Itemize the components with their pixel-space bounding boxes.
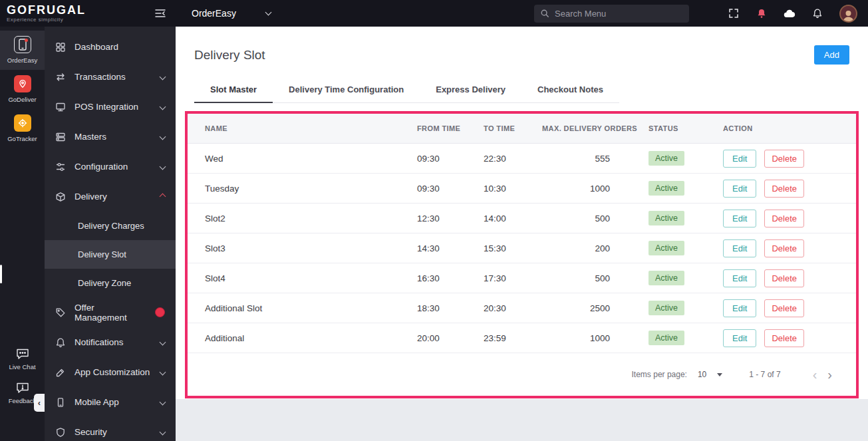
status-badge: Active	[649, 211, 684, 225]
slot-max-orders: 500	[542, 273, 649, 283]
offer-icon	[55, 307, 66, 318]
slot-from-time: 16:30	[417, 273, 484, 283]
rail-item-godeliver[interactable]: GoDeliver	[0, 70, 45, 109]
column-header-name: NAME	[188, 124, 417, 132]
topbar-left: GOFRUGAL Experience simplicity	[0, 4, 176, 23]
tab-checkout-notes[interactable]: Checkout Notes	[521, 78, 619, 102]
table-row: Slot4 16:30 17:30 500 Active Edit Delete	[188, 263, 856, 293]
fullscreen-icon[interactable]	[728, 7, 740, 19]
sidebar-item-configuration[interactable]: Configuration	[45, 152, 176, 182]
slot-from-time: 14:30	[417, 243, 484, 253]
sidebar-item-label: POS Integration	[74, 102, 152, 112]
slot-table-highlighted: NAME FROM TIME TO TIME MAX. DELIVERY ORD…	[185, 111, 859, 398]
edit-button[interactable]: Edit	[723, 329, 756, 347]
delete-button[interactable]: Delete	[764, 299, 804, 317]
sidebar-item-security[interactable]: Security	[45, 417, 176, 441]
slot-name: Slot3	[188, 243, 417, 253]
status-badge: Active	[649, 331, 684, 345]
sidebar-item-app-customization[interactable]: App Customization	[45, 357, 176, 387]
rail-item-label: GoTracker	[7, 135, 37, 142]
alerts-icon[interactable]	[756, 7, 768, 19]
status-badge: Active	[649, 271, 684, 285]
chevron-down-icon	[160, 339, 166, 346]
column-header-status: STATUS	[649, 124, 723, 132]
sidebar-item-notifications[interactable]: Notifications	[45, 327, 176, 357]
add-button[interactable]: Add	[814, 45, 849, 65]
sidebar-fold-icon[interactable]	[154, 9, 166, 18]
edit-button[interactable]: Edit	[723, 239, 756, 257]
delete-button[interactable]: Delete	[764, 210, 804, 227]
tab-bar: Slot Master Delivery Time Configuration …	[194, 78, 619, 103]
edit-button[interactable]: Edit	[723, 150, 756, 168]
user-avatar[interactable]	[839, 5, 857, 23]
pos-integration-icon	[55, 102, 66, 112]
delete-button[interactable]: Delete	[764, 269, 804, 287]
sidebar-collapse-button[interactable]: ‹	[34, 394, 45, 412]
sidebar-subitem-delivery-charges[interactable]: Delivery Charges	[45, 212, 176, 240]
table-row: Additional 20:00 23:59 1000 Active Edit …	[188, 323, 856, 353]
chevron-up-icon	[160, 194, 166, 200]
sidebar-item-pos-integration[interactable]: POS Integration	[45, 92, 176, 122]
slot-max-orders: 2500	[542, 303, 649, 313]
delete-button[interactable]: Delete	[764, 239, 804, 257]
slot-to-time: 20:30	[484, 303, 542, 313]
sidebar-item-mobile-app[interactable]: Mobile App	[45, 387, 176, 417]
search-input[interactable]	[555, 9, 683, 19]
column-header-max-orders: MAX. DELIVERY ORDERS	[542, 124, 649, 132]
sidebar-item-transactions[interactable]: Transactions	[45, 62, 176, 92]
sidebar-item-label: Dashboard	[74, 42, 165, 52]
feedback-icon	[16, 382, 29, 394]
chevron-down-icon	[160, 134, 166, 140]
sidebar-item-label: Mobile App	[74, 397, 152, 407]
delete-button[interactable]: Delete	[764, 329, 804, 347]
sidebar-item-dashboard[interactable]: Dashboard	[45, 32, 176, 62]
sidebar-item-offer-management[interactable]: Offer Management	[45, 297, 176, 327]
sidebar-item-delivery[interactable]: Delivery	[45, 182, 176, 212]
column-header-from-time: FROM TIME	[417, 124, 484, 132]
sidebar-subitem-delivery-slot[interactable]: Delivery Slot	[45, 240, 176, 269]
rail-item-gotracker[interactable]: GoTracker	[0, 109, 45, 148]
notifications-bell-icon[interactable]	[811, 7, 823, 19]
rail-item-ordereasy[interactable]: OrderEasy	[0, 31, 45, 70]
gofrugal-logo: GOFRUGAL Experience simplicity	[7, 4, 86, 23]
sidebar-item-label: Offer Management	[74, 303, 148, 323]
next-page-button[interactable]: ›	[822, 368, 837, 381]
tab-slot-master[interactable]: Slot Master	[194, 78, 273, 103]
app-selector-dropdown[interactable]: OrderEasy	[192, 8, 271, 19]
search-icon	[540, 9, 549, 18]
slot-name: Tuesday	[188, 184, 417, 194]
rail-item-live-chat[interactable]: Live Chat	[0, 343, 45, 376]
table-row: Wed 09:30 22:30 555 Active Edit Delete	[188, 144, 856, 174]
godeliver-app-icon	[14, 75, 31, 92]
delete-button[interactable]: Delete	[764, 180, 804, 198]
sidebar-item-label: Delivery	[74, 192, 152, 202]
sidebar-item-masters[interactable]: Masters	[45, 122, 176, 152]
notifications-icon	[55, 337, 66, 348]
sidebar-subitem-delivery-zone[interactable]: Delivery Zone	[45, 269, 176, 297]
items-per-page-select[interactable]: 10	[698, 370, 722, 379]
edit-button[interactable]: Edit	[723, 210, 756, 227]
slot-from-time: 12:30	[417, 214, 484, 223]
sidebar-item-label: Notifications	[74, 337, 152, 347]
logo-text: GOFRUGAL	[7, 4, 86, 16]
app-selector-label: OrderEasy	[192, 8, 236, 19]
search-bar[interactable]	[534, 5, 689, 23]
rail-item-label: OrderEasy	[7, 57, 37, 64]
cloud-sync-icon[interactable]	[784, 7, 796, 19]
caret-down-icon	[717, 373, 722, 376]
mobile-app-icon	[55, 397, 66, 408]
slot-max-orders: 1000	[542, 333, 649, 343]
tab-delivery-time-configuration[interactable]: Delivery Time Configuration	[273, 78, 420, 102]
edit-button[interactable]: Edit	[723, 269, 756, 287]
edit-button[interactable]: Edit	[723, 299, 756, 317]
app-window: GOFRUGAL Experience simplicity OrderEasy	[0, 0, 868, 441]
prev-page-button[interactable]: ‹	[807, 368, 823, 381]
delete-button[interactable]: Delete	[764, 150, 804, 168]
edit-button[interactable]: Edit	[723, 180, 756, 198]
top-bar: GOFRUGAL Experience simplicity OrderEasy	[0, 0, 868, 27]
chevron-down-icon	[265, 9, 271, 16]
slot-name: Slot2	[188, 214, 417, 223]
tab-express-delivery[interactable]: Express Delivery	[420, 78, 521, 102]
dashboard-icon	[55, 42, 66, 53]
column-header-action: ACTION	[723, 124, 856, 132]
